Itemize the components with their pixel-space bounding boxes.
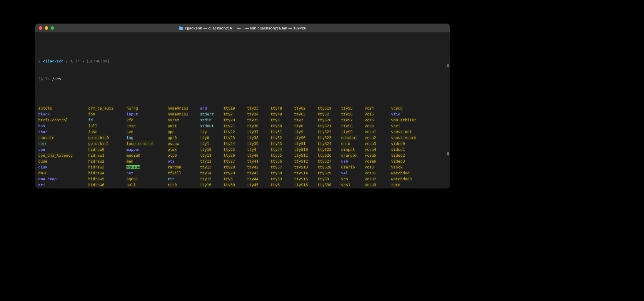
terminal-window: cjjackson — cjjackson@A:~ — ~ — ssh cjja…	[35, 24, 450, 188]
ls-entry: hpet	[88, 188, 126, 188]
ls-entry: tty45	[247, 182, 271, 188]
ls-output: autofsdrm_dp_aux2hwrngnvme0n1p1sndtty19t…	[38, 105, 447, 188]
ls-entry: tty22	[223, 129, 247, 135]
ls-entry: vcsa4	[365, 147, 391, 153]
ls-entry: ttyS8	[341, 123, 365, 129]
ls-entry: hidraw6	[88, 182, 126, 188]
ls-entry: char	[38, 129, 88, 135]
ls-entry: ttyS0	[294, 135, 318, 141]
ls-entry: vcsu6	[391, 105, 415, 111]
ls-entry: tty55	[271, 153, 294, 158]
ls-entry: vsock	[391, 164, 415, 170]
ls-entry: kmsg	[126, 123, 168, 129]
ls-entry: mem	[126, 158, 168, 164]
ls-entry: stdout	[200, 123, 223, 129]
ls-entry: ttyS27	[318, 158, 341, 164]
ls-entry: tty24	[223, 141, 247, 147]
ls-entry: ttyS21	[318, 123, 341, 129]
ls-entry: tty16	[200, 182, 223, 188]
ls-entry: tty20	[223, 117, 247, 123]
scrollbar[interactable]	[447, 34, 449, 187]
ls-entry: tty30	[223, 182, 247, 188]
ls-entry: tty27	[223, 158, 247, 164]
ls-entry: tty23	[223, 135, 247, 141]
ls-entry: ttyS26	[318, 153, 341, 158]
ls-entry: watchdog	[391, 170, 415, 176]
ls-entry: watchdog0	[391, 176, 415, 182]
ls-row: dm-0hidraw4netrfkilltty14tty29tty43tty58…	[38, 170, 447, 176]
ls-entry: ttyS3	[318, 176, 341, 182]
ls-entry: vcsa1	[365, 129, 391, 135]
ls-entry: uinput	[341, 147, 365, 153]
ls-entry: tty28	[223, 164, 247, 170]
scroll-marker	[447, 64, 449, 67]
ls-entry: stderr	[200, 111, 223, 117]
ls-entry: tty4	[247, 147, 271, 153]
ls-entry: userio	[341, 164, 365, 170]
ls-entry: hidraw0	[88, 147, 126, 153]
zoom-icon[interactable]	[51, 26, 54, 30]
ls-entry: port	[168, 123, 200, 129]
ls-entry: ttyS29	[318, 170, 341, 176]
ls-entry: stdin	[200, 117, 223, 123]
ls-entry: bus	[38, 123, 88, 129]
ls-entry: ttyS15	[294, 176, 318, 182]
ls-entry: vcsa5	[365, 153, 391, 158]
ls-entry: tty41	[247, 158, 271, 164]
ls-entry: vcs2	[341, 188, 365, 188]
ls-entry: vcsa	[365, 123, 391, 129]
ls-entry: tty21	[223, 123, 247, 129]
ls-entry: tty42	[247, 164, 271, 170]
ls-entry: tty3	[223, 176, 247, 182]
ls-entry: vcs6	[365, 117, 391, 123]
ls-entry: tty17	[200, 188, 223, 188]
ls-entry: drm_dp_aux2	[88, 105, 126, 111]
ls-row: drm_dp_aux0hpetnvme0shmtty17tty31tty46tt…	[38, 188, 447, 188]
ls-entry: uhid	[341, 141, 365, 147]
ls-entry: ttyS2	[318, 111, 341, 117]
ls-entry: ttyS14	[294, 170, 318, 176]
minimize-icon[interactable]	[45, 26, 48, 30]
ls-entry: autofs	[38, 105, 88, 111]
command-line: [$ ls /dev	[38, 76, 447, 82]
ls-row: cpuhidraw0mapperptmxtty10tty25tty4tty54t…	[38, 147, 447, 153]
prompt-line: # cjjackson @ A in ~ [10:48:49]	[38, 58, 447, 64]
ls-entry: console	[38, 135, 88, 141]
ls-entry: full	[88, 123, 126, 129]
ls-entry: vcs4	[365, 105, 391, 111]
terminal-body[interactable]: # cjjackson @ A in ~ [10:48:49] [$ ls /d…	[35, 32, 450, 188]
titlebar[interactable]: cjjackson — cjjackson@A:~ — ~ — ssh cjja…	[35, 24, 450, 32]
ls-entry: video1	[391, 147, 415, 153]
ls-entry: cpu	[38, 147, 88, 153]
ls-entry: hidraw2	[88, 158, 126, 164]
ls-entry: ttyS16	[294, 182, 318, 188]
ls-entry: usb	[341, 158, 365, 164]
ls-entry: tty39	[247, 141, 271, 147]
ls-entry: core	[38, 141, 88, 147]
ls-entry: tty38	[247, 135, 271, 141]
ls-entry: drm_dp_aux0	[38, 188, 88, 188]
ls-entry: nvme0	[126, 188, 168, 188]
ls-entry: tty1	[200, 141, 223, 147]
ls-entry: fuse	[88, 129, 126, 135]
ls-entry: tty58	[271, 170, 294, 176]
ls-entry: vcsu1	[365, 170, 391, 176]
close-icon[interactable]	[39, 26, 42, 30]
ls-entry: tty56	[271, 158, 294, 164]
ls-entry: tty11	[200, 153, 223, 158]
ls-entry: dma_heap	[38, 176, 88, 182]
ls-row: charfusekvmpppttytty22tty37tty51tty9ttyS…	[38, 129, 447, 135]
ls-entry: nvme0n1p1	[168, 105, 200, 111]
ls-entry: ttyS13	[294, 164, 318, 170]
ls-entry: tty34	[247, 111, 271, 117]
ls-row: dma_heaphidraw5ng0n1rtctty15tty3tty44tty…	[38, 176, 447, 182]
ls-entry: tty53	[271, 141, 294, 147]
ls-entry: rtc0	[168, 182, 200, 188]
ls-entry: net	[126, 170, 168, 176]
window-title-text: cjjackson — cjjackson@A:~ — ~ — ssh cjja…	[185, 26, 306, 30]
ls-entry: vcsa2	[365, 135, 391, 141]
ls-entry: tty59	[271, 176, 294, 182]
ls-entry: log	[126, 135, 168, 141]
ls-entry: pts	[168, 158, 200, 164]
ls-entry: hidraw1	[88, 153, 126, 158]
